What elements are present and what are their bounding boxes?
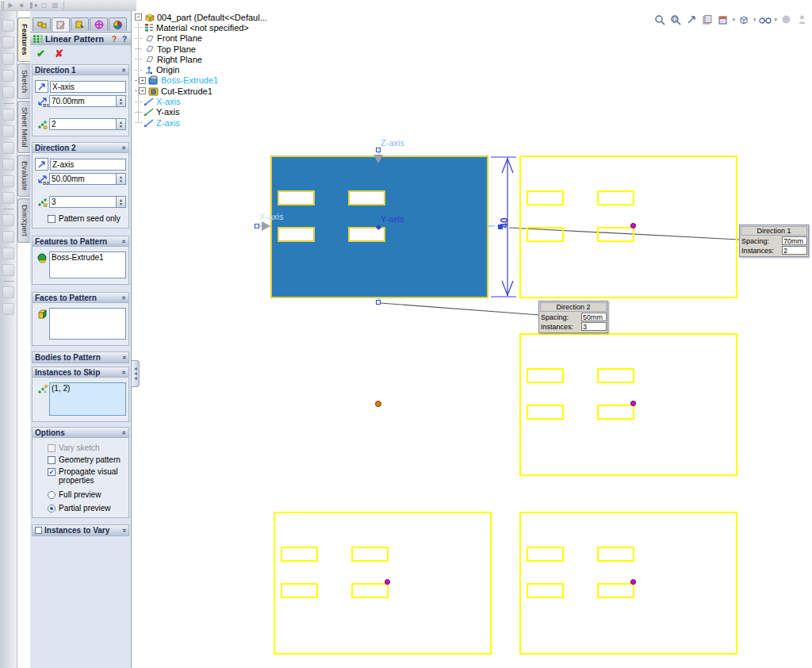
spin-buttons[interactable]: ▲▼ — [116, 118, 126, 130]
features-to-pattern-list[interactable]: Boss-Extrude1 — [49, 251, 126, 278]
callout-instances-value[interactable]: 3 — [581, 322, 607, 331]
seed-hole[interactable] — [348, 227, 385, 242]
reverse-direction-button[interactable] — [35, 158, 48, 171]
tree-item-material[interactable]: Material <not specified> — [135, 22, 301, 33]
tab-sheet-metal[interactable]: Sheet Metal — [17, 101, 30, 154]
tool-icon[interactable] — [2, 192, 14, 204]
expand-chevron-icon[interactable]: » — [121, 528, 128, 532]
context-help-icon[interactable]: ? — [110, 35, 118, 44]
instance-marker[interactable] — [385, 579, 390, 585]
configurationmanager-tab[interactable] — [71, 17, 89, 31]
view-settings-button[interactable] — [795, 13, 809, 26]
tool-icon[interactable] — [2, 125, 14, 137]
tool-icon[interactable] — [2, 303, 14, 315]
previous-view-button[interactable] — [684, 13, 698, 26]
tool-icon[interactable] — [2, 214, 14, 226]
group-header[interactable]: Features to Pattern » — [33, 236, 128, 247]
tool-icon[interactable] — [2, 109, 14, 121]
expand-expander[interactable]: + — [139, 87, 146, 94]
tab-dimxpert[interactable]: DimXpert — [17, 198, 30, 243]
callout-instances-value[interactable]: 2 — [782, 246, 807, 255]
tool-icon[interactable] — [2, 286, 14, 298]
hide-show-items-button[interactable] — [758, 13, 772, 26]
dimxpertmanager-tab[interactable] — [90, 17, 108, 31]
spin-buttons[interactable]: ▲▼ — [116, 95, 126, 107]
y-axis-label[interactable]: Y-axis — [381, 214, 404, 224]
instance-marker[interactable] — [630, 401, 636, 406]
seed-hole[interactable] — [278, 190, 315, 205]
dropdown-caret-icon[interactable]: ▾ — [753, 17, 756, 23]
pattern-seed-only-checkbox[interactable] — [48, 215, 56, 223]
group-header[interactable]: Direction 1 » — [33, 65, 128, 75]
direction2-handle[interactable] — [376, 300, 381, 305]
callout-spacing-value[interactable]: 70mm — [782, 236, 807, 245]
group-header[interactable]: Bodies to Pattern » — [33, 352, 128, 363]
run-macro-icon[interactable]: ▶ — [6, 2, 15, 10]
direction2-spacing-field[interactable]: 50.00mm — [49, 173, 116, 185]
collapse-chevron-icon[interactable]: » — [121, 145, 128, 149]
expand-expander[interactable]: + — [139, 77, 146, 84]
partial-preview-radio[interactable] — [48, 505, 56, 513]
tree-item-front-plane[interactable]: Front Plane — [135, 33, 301, 44]
displaymanager-tab[interactable] — [109, 17, 127, 31]
collapse-chevron-icon[interactable]: » — [121, 67, 128, 71]
callout-spacing-value[interactable]: 50mm — [581, 313, 607, 321]
zoom-to-fit-button[interactable] — [653, 13, 666, 26]
dimension-value[interactable]: 40 — [499, 217, 510, 228]
display-style-button[interactable] — [700, 13, 714, 26]
full-preview-radio[interactable] — [48, 491, 56, 499]
group-header[interactable]: Direction 2 » — [33, 143, 128, 153]
z-axis-label[interactable]: Z-axis — [381, 138, 404, 148]
panel-splitter-handle[interactable] — [132, 360, 140, 387]
direction2-axis-field[interactable]: Z-axis — [50, 159, 126, 171]
tool-icon[interactable] — [2, 142, 14, 154]
toolbar-grip[interactable] — [2, 2, 4, 10]
dropdown-caret-icon[interactable]: ▾ — [774, 17, 777, 23]
tree-item-boss-extrude1[interactable]: + Boss-Extrude1 — [135, 75, 301, 86]
skipped-instance-marker[interactable] — [375, 401, 381, 407]
group-header[interactable]: Faces to Pattern » — [33, 293, 128, 303]
direction1-count-field[interactable]: 2 — [49, 118, 116, 130]
collapse-chevron-icon[interactable]: » — [121, 370, 128, 374]
tool-icon[interactable] — [2, 248, 14, 259]
axis-handle[interactable] — [255, 224, 259, 228]
instances-to-vary-checkbox[interactable] — [35, 527, 42, 534]
tool-icon[interactable] — [2, 20, 14, 32]
new-macro-icon[interactable]: ▢ — [40, 2, 48, 10]
x-axis-label[interactable]: X-axis — [259, 212, 284, 221]
tab-evaluate[interactable]: Evaluate — [17, 155, 30, 197]
group-header[interactable]: Options » — [33, 428, 128, 438]
help-icon[interactable]: ? — [121, 35, 128, 44]
direction1-axis-field[interactable]: X-axis — [50, 81, 126, 93]
geometry-pattern-checkbox[interactable] — [48, 456, 56, 464]
tree-item-top-plane[interactable]: Top Plane — [135, 44, 301, 54]
tool-icon[interactable] — [2, 86, 14, 98]
tree-item-x-axis[interactable]: X-axis — [135, 96, 301, 106]
tool-icon[interactable] — [2, 36, 14, 48]
pause-macro-icon[interactable]: ❚● — [29, 2, 37, 10]
tool-icon[interactable] — [2, 175, 14, 187]
tree-item-origin[interactable]: Origin — [135, 64, 301, 75]
tool-icon[interactable] — [2, 70, 14, 82]
stop-macro-icon[interactable]: ■ — [17, 2, 26, 10]
instances-to-skip-list[interactable]: (1, 2) — [49, 382, 126, 416]
instance-marker[interactable] — [630, 223, 636, 228]
view-orientation-button[interactable] — [737, 13, 751, 26]
seed-hole[interactable] — [348, 190, 385, 205]
edit-macro-icon[interactable]: ▨ — [51, 2, 59, 10]
tab-sketch[interactable]: Sketch — [17, 63, 30, 99]
tree-item-cut-extrude1[interactable]: + Cut-Extrude1 — [135, 86, 301, 96]
propagate-visual-properties-checkbox[interactable] — [48, 468, 56, 476]
tree-item-y-axis[interactable]: Y-axis — [135, 107, 301, 117]
collapse-chevron-icon[interactable]: » — [121, 239, 128, 243]
tool-icon[interactable] — [2, 53, 14, 65]
zoom-to-area-button[interactable] — [668, 13, 682, 26]
ok-button[interactable]: ✔ — [36, 48, 45, 60]
axis-handle[interactable] — [376, 148, 381, 152]
direction2-count-field[interactable]: 3 — [49, 196, 116, 208]
featuremanager-tab[interactable] — [33, 17, 51, 31]
expand-chevron-icon[interactable]: » — [121, 355, 128, 359]
tree-item-z-axis[interactable]: Z-axis — [135, 117, 301, 128]
list-item[interactable]: Boss-Extrude1 — [52, 253, 124, 262]
tree-item-part[interactable]: − 004_part (Default<<Defaul... — [135, 12, 301, 22]
